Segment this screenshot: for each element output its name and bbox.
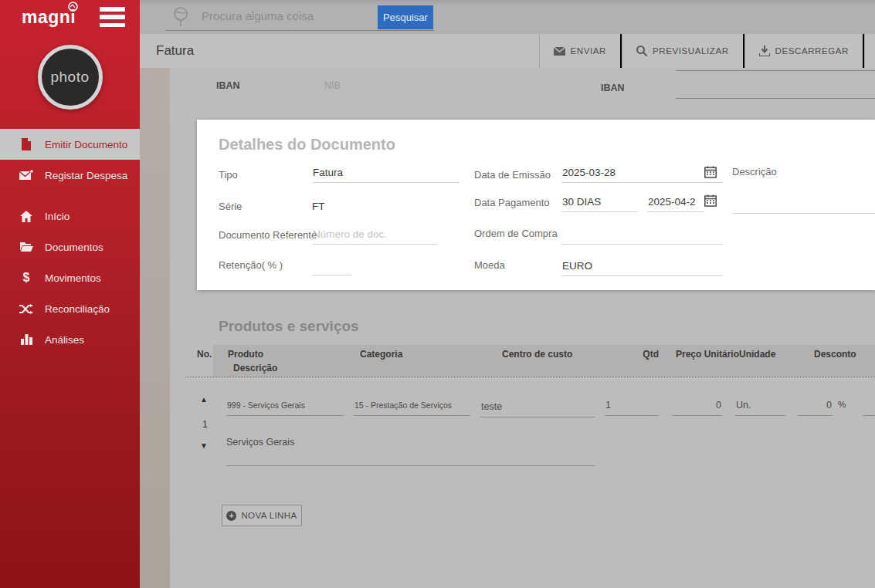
enviar-label: ENVIAR bbox=[571, 46, 606, 56]
col-qtd: Qtd bbox=[629, 349, 659, 360]
linha-descricao-value: Serviços Gerais bbox=[226, 437, 294, 448]
col-categoria: Categoria bbox=[360, 349, 402, 360]
qtd-input[interactable] bbox=[605, 395, 659, 416]
avatar[interactable]: photo bbox=[38, 45, 103, 110]
ordem-compra-label: Ordem de Compra bbox=[474, 228, 558, 239]
sidebar: magni photo Emitir Documento bbox=[0, 0, 140, 588]
home-icon bbox=[19, 211, 34, 222]
sidebar-item-label: Registar Despesa bbox=[45, 170, 127, 181]
logo-row: magni bbox=[0, 0, 140, 34]
col-preco-unitario: Preço Unitário bbox=[676, 349, 739, 360]
row-up-icon[interactable]: ▲ bbox=[200, 396, 208, 404]
sidebar-item-label: Início bbox=[45, 211, 70, 222]
retencao-input[interactable] bbox=[312, 255, 351, 275]
sidebar-item-inicio[interactable]: Início bbox=[0, 201, 140, 231]
iban-label: IBAN bbox=[216, 80, 240, 91]
envelope-icon bbox=[554, 47, 565, 56]
col-centro-custo: Centro de custo bbox=[502, 349, 572, 360]
col-unidade: Unidade bbox=[739, 349, 775, 360]
nova-linha-label: NOVA LINHA bbox=[241, 511, 297, 520]
bar-chart-icon bbox=[19, 334, 34, 345]
retencao-label: Retenção( % ) bbox=[219, 259, 283, 271]
tipo-input[interactable] bbox=[312, 163, 460, 183]
preview-magnifier-icon bbox=[636, 46, 647, 56]
sidebar-item-reconciliacao[interactable]: Reconciliação bbox=[0, 293, 140, 324]
serie-value: FT bbox=[312, 201, 325, 212]
produto-input[interactable] bbox=[226, 395, 344, 416]
document-toolbar: Fatura ENVIAR PREVISUALIZAR DESCARREGAR bbox=[140, 34, 875, 68]
col-descricao: Descrição bbox=[233, 363, 277, 373]
data-pagamento-terms-input[interactable] bbox=[561, 192, 637, 212]
app-window: magni photo Emitir Documento bbox=[0, 0, 875, 588]
sidebar-item-emitir-documento[interactable]: Emitir Documento bbox=[0, 129, 140, 160]
panel-heading: Detalhes do Documento bbox=[219, 136, 395, 154]
data-emissao-label: Data de Emissão bbox=[474, 169, 551, 181]
magni-logo[interactable]: magni bbox=[22, 7, 76, 28]
data-pagamento-label: Data Pagamento bbox=[474, 197, 550, 208]
topbar: Pesquisar bbox=[140, 0, 875, 34]
linha-descricao-input[interactable]: Serviços Gerais bbox=[226, 437, 595, 466]
shuffle-icon bbox=[19, 304, 34, 314]
download-icon bbox=[759, 46, 770, 56]
data-emissao-input[interactable] bbox=[561, 163, 723, 183]
sidebar-item-registar-despesa[interactable]: Registar Despesa bbox=[0, 160, 140, 191]
previsualizar-button[interactable]: PREVISUALIZAR bbox=[622, 34, 744, 68]
plus-icon: + bbox=[226, 511, 236, 521]
nav-gap bbox=[0, 191, 140, 201]
sidebar-item-label: Análises bbox=[45, 334, 84, 346]
col-no: No. bbox=[197, 349, 212, 360]
magni-doodle-icon bbox=[67, 1, 79, 12]
col-desconto: Desconto bbox=[814, 349, 856, 360]
sidebar-nav: Emitir Documento Registar Despesa Início bbox=[0, 129, 140, 355]
document-icon bbox=[19, 138, 34, 150]
moeda-input[interactable] bbox=[561, 256, 723, 276]
iban2-input[interactable] bbox=[676, 98, 875, 99]
moeda-label: Moeda bbox=[474, 259, 505, 271]
search-input[interactable] bbox=[202, 0, 402, 31]
expense-envelope-icon bbox=[19, 170, 34, 181]
enviar-button[interactable]: ENVIAR bbox=[539, 34, 622, 68]
search-button[interactable]: Pesquisar bbox=[378, 5, 433, 29]
toolbar-actions: ENVIAR PREVISUALIZAR DESCARREGAR bbox=[539, 34, 865, 68]
row-down-icon[interactable]: ▼ bbox=[200, 442, 208, 450]
sidebar-item-analises[interactable]: Análises bbox=[0, 324, 140, 355]
descarregar-button[interactable]: DESCARREGAR bbox=[744, 34, 864, 68]
nova-linha-button[interactable]: + NOVA LINHA bbox=[222, 505, 302, 526]
page-title: Fatura bbox=[156, 34, 194, 68]
col-produto: Produto bbox=[228, 349, 263, 360]
data-pagamento-date-input[interactable] bbox=[647, 192, 704, 212]
products-heading: Produtos e serviços bbox=[219, 318, 359, 335]
table-header-divider bbox=[185, 377, 875, 377]
desconto-input[interactable] bbox=[798, 395, 833, 416]
iban-upper-line bbox=[676, 70, 875, 71]
centro-custo-input[interactable] bbox=[480, 397, 595, 417]
avatar-wrap: photo bbox=[0, 45, 140, 110]
descricao-label: Descrição bbox=[732, 166, 777, 177]
calendar-icon[interactable] bbox=[704, 194, 717, 210]
ordem-compra-input[interactable] bbox=[561, 225, 723, 245]
hamburger-icon[interactable] bbox=[100, 7, 125, 27]
iban2-label: IBAN bbox=[601, 83, 625, 93]
categoria-input[interactable] bbox=[354, 395, 470, 416]
avatar-label: photo bbox=[50, 69, 89, 86]
sidebar-item-label: Reconciliação bbox=[45, 303, 110, 315]
folder-icon bbox=[19, 242, 34, 252]
previsualizar-label: PREVISUALIZAR bbox=[653, 46, 729, 56]
descricao-input[interactable] bbox=[732, 194, 875, 214]
cutoff-column-input[interactable] bbox=[863, 395, 875, 416]
document-details-panel: Detalhes do Documento Tipo Série FT Docu… bbox=[197, 120, 875, 290]
sidebar-item-label: Documentos bbox=[45, 242, 103, 253]
documento-referente-input[interactable] bbox=[312, 225, 436, 245]
documento-referente-label: Documento Referente bbox=[219, 229, 317, 241]
tipo-label: Tipo bbox=[219, 169, 238, 181]
desconto-suffix: % bbox=[838, 400, 846, 409]
sidebar-item-movimentos[interactable]: $ Movimentos bbox=[0, 262, 140, 293]
content-gutter bbox=[140, 68, 170, 588]
sidebar-item-documentos[interactable]: Documentos bbox=[0, 231, 140, 262]
row-number: 1 bbox=[202, 419, 208, 430]
calendar-icon[interactable] bbox=[704, 166, 717, 181]
preco-unitario-input[interactable] bbox=[672, 395, 722, 416]
nib-placeholder: NIB bbox=[324, 80, 341, 91]
unidade-input[interactable] bbox=[735, 395, 785, 416]
sidebar-item-label: Movimentos bbox=[45, 272, 101, 284]
